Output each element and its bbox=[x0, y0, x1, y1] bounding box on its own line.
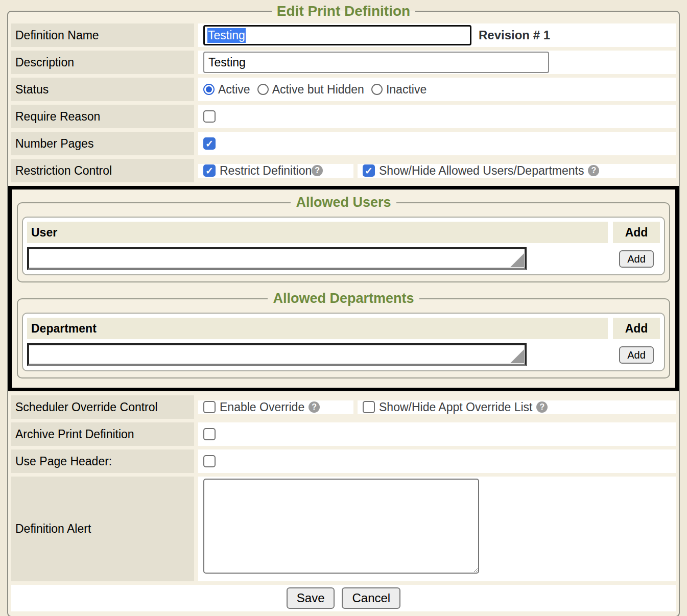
show-hide-users-departments-help-icon[interactable]: ? bbox=[588, 165, 599, 176]
use-page-header-label: Use Page Header: bbox=[11, 449, 194, 473]
enable-override-help-icon[interactable]: ? bbox=[309, 401, 320, 413]
definition-alert-row: Definition Alert bbox=[11, 477, 676, 581]
select-dropdown-corner-icon bbox=[510, 253, 524, 267]
require-reason-row: Require Reason bbox=[11, 105, 676, 128]
definition-name-row: Definition Name Testing Revision # 1 bbox=[11, 23, 676, 47]
definition-name-value: Testing bbox=[207, 28, 246, 43]
save-button[interactable]: Save bbox=[287, 587, 335, 609]
description-label: Description bbox=[11, 51, 194, 74]
department-add-button[interactable]: Add bbox=[619, 346, 654, 364]
enable-override-label: Enable Override bbox=[220, 400, 304, 414]
enable-override-checkbox[interactable] bbox=[203, 401, 216, 413]
status-active-label: Active bbox=[218, 83, 250, 97]
allowed-section-container: Allowed Users User Add Add Allowed Depar… bbox=[8, 186, 679, 391]
restrict-definition-help-icon[interactable]: ? bbox=[312, 165, 323, 176]
archive-label: Archive Print Definition bbox=[11, 422, 194, 446]
status-row: Status Active Active but Hidden Inactive bbox=[11, 78, 676, 101]
status-active-hidden-radio[interactable] bbox=[257, 84, 269, 95]
show-hide-appt-override-label: Show/Hide Appt Override List bbox=[379, 400, 532, 414]
show-hide-appt-override-checkbox[interactable] bbox=[363, 401, 375, 413]
definition-alert-textarea[interactable] bbox=[203, 479, 479, 574]
allowed-users-fieldset: Allowed Users User Add Add bbox=[17, 195, 670, 282]
department-select[interactable] bbox=[27, 343, 527, 366]
archive-row: Archive Print Definition bbox=[11, 422, 676, 446]
use-page-header-row: Use Page Header: bbox=[11, 449, 676, 473]
user-select[interactable] bbox=[27, 247, 527, 270]
allowed-users-panel: User Add Add bbox=[22, 217, 665, 275]
cancel-button[interactable]: Cancel bbox=[342, 587, 400, 609]
status-label: Status bbox=[11, 78, 194, 101]
department-column-header: Department bbox=[27, 318, 608, 339]
scheduler-override-label: Scheduler Override Control bbox=[11, 395, 194, 419]
require-reason-checkbox[interactable] bbox=[203, 110, 216, 123]
use-page-header-checkbox[interactable] bbox=[203, 455, 216, 467]
show-hide-users-departments-label: Show/Hide Allowed Users/Departments bbox=[379, 164, 584, 178]
number-pages-row: Number Pages ✓ bbox=[11, 132, 676, 155]
user-column-header: User bbox=[27, 222, 608, 243]
number-pages-checkbox[interactable]: ✓ bbox=[203, 137, 216, 150]
department-add-column-header: Add bbox=[613, 318, 660, 339]
status-active-hidden-label: Active but Hidden bbox=[272, 83, 364, 97]
allowed-users-title: Allowed Users bbox=[291, 195, 396, 210]
user-add-column-header: Add bbox=[613, 222, 660, 243]
number-pages-label: Number Pages bbox=[11, 132, 194, 155]
form-actions-row: Save Cancel bbox=[11, 585, 676, 611]
allowed-departments-title: Allowed Departments bbox=[268, 291, 419, 306]
restrict-definition-checkbox[interactable]: ✓ bbox=[203, 164, 216, 177]
revision-number: Revision # 1 bbox=[479, 28, 550, 42]
status-inactive-radio[interactable] bbox=[371, 84, 383, 95]
restrict-definition-label: Restrict Definition bbox=[220, 164, 312, 178]
show-hide-users-departments-checkbox[interactable]: ✓ bbox=[363, 164, 375, 177]
status-active-radio[interactable] bbox=[203, 84, 215, 95]
require-reason-label: Require Reason bbox=[11, 105, 194, 128]
definition-alert-label: Definition Alert bbox=[11, 477, 194, 581]
archive-checkbox[interactable] bbox=[203, 428, 216, 440]
description-row: Description bbox=[11, 51, 676, 74]
select-dropdown-corner-icon bbox=[510, 349, 524, 363]
status-inactive-label: Inactive bbox=[386, 83, 427, 97]
form-title: Edit Print Definition bbox=[272, 3, 415, 19]
user-add-button[interactable]: Add bbox=[619, 250, 654, 268]
definition-name-label: Definition Name bbox=[11, 23, 194, 47]
restriction-control-row: Restriction Control ✓ Restrict Definitio… bbox=[11, 159, 676, 182]
description-input[interactable] bbox=[203, 52, 549, 73]
definition-name-input[interactable]: Testing bbox=[203, 25, 471, 45]
edit-print-definition-form: Edit Print Definition Definition Name Te… bbox=[7, 3, 680, 616]
scheduler-override-row: Scheduler Override Control Enable Overri… bbox=[11, 395, 676, 419]
show-hide-appt-override-help-icon[interactable]: ? bbox=[536, 401, 548, 413]
restriction-control-label: Restriction Control bbox=[11, 159, 194, 182]
allowed-departments-panel: Department Add Add bbox=[22, 313, 665, 371]
allowed-departments-fieldset: Allowed Departments Department Add Add bbox=[17, 291, 670, 378]
